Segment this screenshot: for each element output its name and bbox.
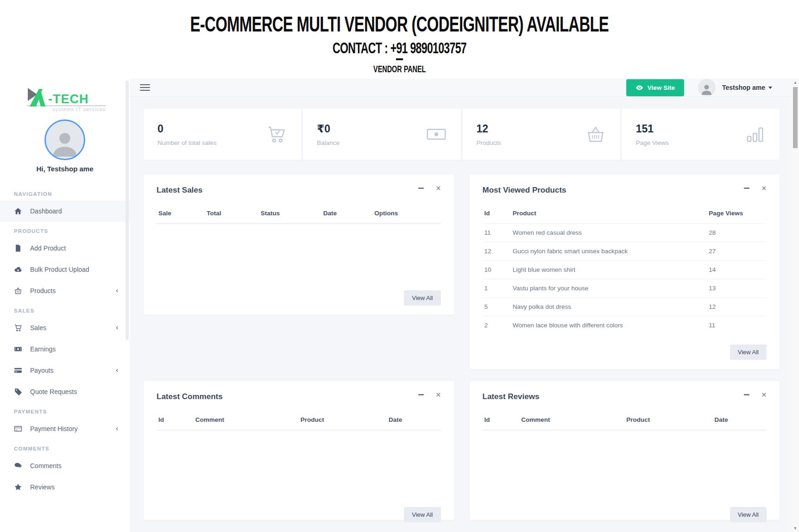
- sidebar-item-label: Comments: [30, 462, 62, 469]
- main-area: View Site Testshop ame 0: [130, 79, 799, 532]
- tag-icon: [14, 388, 22, 396]
- basket-icon: [14, 287, 22, 295]
- view-all-button[interactable]: View All: [404, 290, 440, 306]
- sidebar-item-label: Quote Requests: [30, 388, 77, 395]
- table-cell: 13: [707, 279, 767, 298]
- caret-down-icon: [768, 87, 772, 89]
- scroll-down-icon[interactable]: ▼: [793, 525, 798, 532]
- money-icon: [14, 345, 22, 353]
- sidebar-item-add-product[interactable]: Add Product: [0, 238, 130, 259]
- close-icon[interactable]: [761, 392, 767, 397]
- most-viewed-products-panel: Most Viewed Products IdProductPage Views…: [470, 175, 780, 369]
- sidebar-item-comments[interactable]: Comments: [0, 455, 130, 476]
- cloud-upload-icon: [14, 265, 22, 274]
- nav-section-navigation: NAVIGATION: [0, 185, 130, 200]
- sidebar-item-label: Sales: [30, 324, 46, 332]
- table-cell: 12: [483, 242, 511, 261]
- stat-value: 0: [157, 123, 217, 135]
- sidebar-item-sales[interactable]: Sales: [0, 317, 130, 338]
- view-site-label: View Site: [648, 84, 675, 91]
- sidebar-item-label: Payouts: [30, 367, 54, 374]
- column-header: Date: [321, 205, 372, 224]
- close-icon[interactable]: [436, 392, 441, 397]
- table-row: 5Navy polka dot dress12: [483, 298, 767, 316]
- close-icon[interactable]: [436, 186, 441, 191]
- minimize-icon[interactable]: [418, 188, 424, 189]
- panel-title: Latest Reviews: [483, 392, 540, 401]
- credit-card-icon: [14, 366, 22, 375]
- minimize-icon[interactable]: [744, 188, 749, 189]
- brand-name: -TECH: [48, 92, 89, 106]
- bar-chart-icon: [744, 124, 766, 145]
- latest-comments-table: IdCommentProductDate: [157, 412, 441, 430]
- table-cell: Navy polka dot dress: [511, 298, 707, 316]
- column-header: Product: [624, 412, 712, 430]
- chevron-left-icon: [115, 288, 120, 293]
- stat-card-balance: ₹0 Balance: [303, 109, 460, 160]
- sidebar-item-dashboard[interactable]: Dashboard: [0, 200, 130, 222]
- stat-value: ₹0: [317, 123, 340, 135]
- announcement-title: E-COMMERCE MULTI VENDOR (CODEIGNITER) AV…: [190, 11, 609, 37]
- vendor-greeting: Hi, Testshop ame: [0, 165, 130, 173]
- table-cell: Gucci nylon fabric smart unisex backpack: [511, 242, 707, 261]
- vertical-scrollbar[interactable]: ▲ ▼: [792, 79, 799, 532]
- logo-mark-icon: [27, 86, 51, 106]
- sidebar-item-label: Bulk Product Upload: [30, 266, 89, 273]
- sidebar-item-payment-history[interactable]: Payment History: [0, 418, 130, 439]
- empty-table-space: [157, 430, 441, 500]
- person-icon: [50, 128, 80, 158]
- table-cell: 2: [483, 316, 511, 335]
- column-header: Id: [157, 412, 194, 430]
- chevron-left-icon: [115, 368, 120, 373]
- sidebar-item-label: Earnings: [30, 345, 56, 353]
- user-menu[interactable]: Testshop ame: [722, 84, 772, 91]
- user-avatar[interactable]: [698, 79, 716, 96]
- sidebar-item-products[interactable]: Products: [0, 280, 130, 301]
- table-cell: Vastu plants for your house: [511, 279, 707, 298]
- sidebar-item-bulk-product-upload[interactable]: Bulk Product Upload: [0, 259, 130, 280]
- chat-icon: [14, 462, 22, 470]
- stat-label: Products: [477, 139, 501, 146]
- table-cell: 12: [707, 298, 767, 316]
- empty-table-space: [157, 224, 441, 283]
- credit-card-icon: [14, 425, 22, 433]
- cart-icon: [14, 324, 22, 332]
- column-header: Comment: [519, 412, 624, 430]
- panel-title: Most Viewed Products: [483, 186, 566, 195]
- column-header: Date: [712, 412, 767, 430]
- table-cell: 10: [483, 261, 511, 279]
- view-all-button[interactable]: View All: [730, 507, 767, 522]
- column-header: Product: [511, 205, 707, 224]
- column-header: Product: [299, 412, 387, 430]
- view-all-button[interactable]: View All: [730, 344, 767, 360]
- nav-section-sales: SALES: [0, 301, 130, 317]
- announcement-dash: [396, 58, 403, 60]
- column-header: Date: [387, 412, 441, 430]
- scrollbar-thumb[interactable]: [793, 87, 798, 148]
- sidebar-item-quote-requests[interactable]: Quote Requests: [0, 381, 130, 402]
- minimize-icon[interactable]: [744, 394, 749, 395]
- stat-card-products: 12 Products: [463, 109, 620, 160]
- chevron-left-icon: [115, 426, 120, 431]
- close-icon[interactable]: [761, 186, 767, 191]
- view-site-button[interactable]: View Site: [626, 79, 684, 96]
- home-icon: [14, 207, 22, 215]
- sidebar-item-label: Products: [30, 287, 56, 294]
- minimize-icon[interactable]: [418, 394, 424, 395]
- sidebar-item-earnings[interactable]: Earnings: [0, 338, 130, 360]
- table-row: 1Vastu plants for your house13: [483, 279, 767, 298]
- vendor-avatar: [44, 119, 85, 160]
- table-cell: 1: [483, 279, 511, 298]
- sidebar-item-reviews[interactable]: Reviews: [0, 476, 130, 498]
- hamburger-menu-icon[interactable]: [140, 82, 150, 93]
- view-all-button[interactable]: View All: [404, 507, 440, 522]
- table-row: 2Women lace blouse with different colors…: [483, 316, 767, 335]
- table-row: 11Women red casual dress28: [483, 224, 767, 242]
- nav-section-products: PRODUCTS: [0, 222, 130, 238]
- scroll-up-icon[interactable]: ▲: [793, 79, 798, 86]
- column-header: Status: [259, 205, 321, 224]
- sidebar-item-payouts[interactable]: Payouts: [0, 360, 130, 381]
- sidebar-scrollbar[interactable]: [126, 81, 129, 340]
- stats-row: 0 Number of total sales ₹0 Balance: [144, 109, 780, 160]
- latest-comments-panel: Latest Comments IdCommentProductDate: [144, 381, 454, 520]
